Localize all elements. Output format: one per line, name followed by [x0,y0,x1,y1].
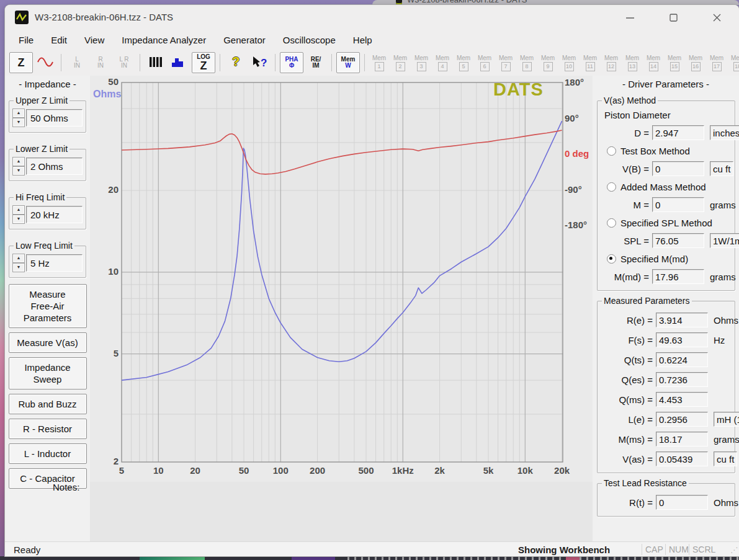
toolbar-memory-waveform-button[interactable]: MemW [336,52,360,73]
measure-free-air-button[interactable]: Measure Free-Air Parameters [9,284,87,328]
dats-watermark: DATS [493,79,544,100]
upper-z-limit-spin-up[interactable]: ▲ [12,109,25,118]
low-freq-limit-field[interactable]: 5 Hz [26,254,83,272]
added-mass-method-radio-row[interactable]: Added Mass Method [607,182,732,192]
mem-number: 14 [649,62,658,71]
menu-impedance-analyzer[interactable]: Impedance Analyzer [113,32,215,48]
added-mass-method-radio[interactable] [607,182,616,192]
driver-parameters-header: - Driver Parameters - [593,76,739,89]
low-freq-limit-spin-up[interactable]: ▲ [12,254,25,263]
upper-z-limit-field[interactable]: 50 Ohms [26,109,83,127]
param-row-qts: Q(ts) =0.6224 [601,352,732,367]
toolbar-phase-button[interactable]: PHAΦ [280,52,303,73]
phase-tick-0: 0 deg [565,148,589,159]
toolbar-separator [61,54,61,71]
test-box-method-radio[interactable] [607,146,616,156]
close-icon [712,13,722,22]
added-mass-field[interactable]: 0 [652,197,704,212]
menu-view[interactable]: View [76,32,113,48]
lower-z-limit-spin-down[interactable]: ▼ [12,166,25,176]
x-tick-10k: 10k [517,465,533,476]
menu-edit[interactable]: Edit [42,32,76,48]
mem-number: 18 [733,62,739,71]
box-volume-unit: cu ft [710,161,733,176]
toolbar-left-right-input-button: L RIN [113,53,135,73]
toolbar-mem-5-button: Mem5 [454,53,473,73]
indicator-scrl: SCRL [692,544,715,554]
background-window-titlebar[interactable]: W3-2108-breakin-06H.tzz - DATS [372,0,739,5]
minimize-icon [625,13,635,22]
hi-freq-limit-field[interactable]: 20 kHz [26,206,83,223]
minimize-button[interactable] [616,7,644,28]
fs-field[interactable]: 49.63 [656,332,708,347]
qes-label: Q(es) = [601,375,656,385]
toolbar-context-help-button[interactable]: ? [248,53,271,73]
lower-z-limit-spin-up[interactable]: ▲ [12,157,25,166]
toolbar-help-button[interactable]: ? [225,53,247,73]
toolbar-mem-10-button: Mem10 [559,53,579,73]
impedance-sweep-button[interactable]: Impedance Sweep [9,357,87,389]
l-inductor-button[interactable]: L - Inductor [9,443,87,464]
toolbar-real-imaginary-button[interactable]: RE/IM [305,53,327,73]
specified-spl-method-radio-row[interactable]: Specified SPL Method [607,218,732,228]
hi-freq-limit-spin-down[interactable]: ▼ [12,215,25,224]
mmd-field[interactable]: 17.96 [652,269,704,284]
toolbar-mem-18-button: Mem18 [728,53,739,73]
toolbar-sine-generator-button[interactable] [34,53,56,73]
spl-label: SPL = [601,236,652,246]
hi-freq-limit-spin-up[interactable]: ▲ [12,205,25,215]
x-tick-500: 500 [358,465,374,476]
specified-mmd-radio-row[interactable]: Specified M(md) [607,254,732,264]
rub-and-buzz-button[interactable]: Rub and Buzz [9,394,87,414]
menu-file[interactable]: File [10,32,42,48]
piston-diameter-field[interactable]: 2.947 [652,125,704,140]
toolbar-separator [140,54,140,71]
toolbar-mem-15-button: Mem15 [665,53,684,73]
menu-help[interactable]: Help [344,32,381,48]
le-field[interactable]: 0.2956 [656,412,708,427]
mem-number: 15 [670,62,679,71]
mms-field[interactable]: 18.17 [656,432,708,447]
titlebar[interactable]: W3-2108-breakin-06H.tzz - DATS [5,5,739,30]
param-row-box-volume: V(B) =0cu ft [601,161,732,176]
rt-field[interactable]: 0 [656,495,708,510]
resize-grip[interactable]: ⋰ [730,546,738,554]
specified-spl-method-radio[interactable] [607,218,616,228]
low-freq-limit-spin-down[interactable]: ▼ [12,263,25,272]
y-tick-50: 50 [91,76,119,87]
toolbar-spectrum-bars-button[interactable] [168,53,190,73]
re-field[interactable]: 3.914 [656,313,708,327]
box-volume-field[interactable]: 0 [652,161,704,176]
measure-vas-button[interactable]: Measure V(as) [9,332,87,353]
sine-wave-icon [37,56,54,69]
menu-generator[interactable]: Generator [215,32,274,48]
toolbar-log-z-button[interactable]: LOGZ [192,52,215,73]
background-window-title: W3-2108-breakin-06H.tzz - DATS [407,0,527,4]
qms-label: Q(ms) = [601,394,656,405]
upper-z-limit-spin-down[interactable]: ▼ [12,118,25,127]
spl-field[interactable]: 76.05 [652,233,704,248]
specified-mmd-radio[interactable] [607,254,616,264]
test-box-method-radio-row[interactable]: Test Box Method [607,146,732,156]
impedance-panel-header: - Impedance - [5,76,90,89]
le-label: L(e) = [601,414,656,425]
vas-field[interactable]: 0.05439 [656,451,708,466]
lower-z-limit-field[interactable]: 2 Ohms [26,158,83,175]
rt-unit: Ohms [714,497,738,508]
r-resistor-button[interactable]: R - Resistor [9,419,87,439]
toolbar-piano-tones-button[interactable] [145,53,167,73]
x-tick-200: 200 [310,465,325,476]
close-button[interactable] [702,7,731,28]
mem-number: 3 [417,62,426,71]
maximize-button[interactable] [659,7,687,28]
x-tick-5: 5 [119,465,124,476]
y-tick-20: 20 [91,184,119,195]
upper-z-limit-title: Upper Z Limit [14,96,69,105]
qms-field[interactable]: 4.453 [656,392,708,407]
mem-number: 17 [712,62,722,71]
toolbar-impedance-mode-button[interactable]: Z [9,52,33,73]
menu-oscilloscope[interactable]: Oscilloscope [274,32,344,48]
qes-field[interactable]: 0.7236 [656,372,708,387]
qts-field[interactable]: 0.6224 [656,352,708,367]
lower-z-limit-group: Lower Z Limit▲▼2 Ohms [9,149,86,181]
